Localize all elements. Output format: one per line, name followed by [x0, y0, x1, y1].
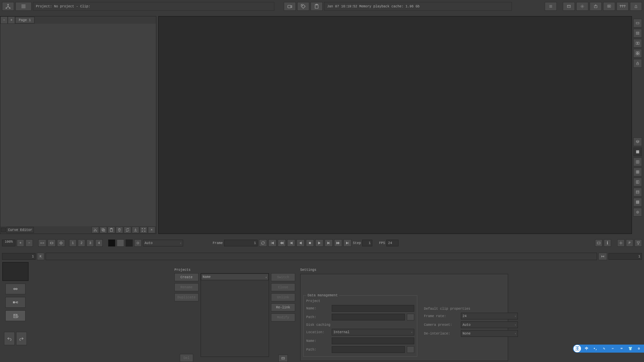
info-button[interactable]: i [604, 239, 611, 247]
curve-editor-checkbox[interactable] [1, 228, 6, 232]
fast-forward-button[interactable] [334, 239, 342, 247]
ime-keyboard-icon[interactable]: ⌨ [619, 346, 625, 352]
marker-4-button[interactable]: 4 [95, 239, 103, 247]
gray-swatch[interactable] [117, 239, 124, 247]
zoom-in-button[interactable]: + [17, 239, 24, 247]
ime-shirt-icon[interactable]: 👕 [627, 346, 633, 352]
expand-icon[interactable] [140, 227, 147, 233]
fps-input[interactable] [386, 240, 398, 246]
cut-icon[interactable] [92, 227, 99, 233]
add-page-button[interactable]: + [8, 16, 15, 24]
layout-toggle-1[interactable] [595, 239, 602, 247]
viewport[interactable] [158, 16, 632, 234]
playback-mode-dropdown[interactable]: Auto [143, 240, 183, 246]
close-button[interactable]: Close [271, 283, 295, 291]
ime-toolbar[interactable]: 王 中 •, ✎ ✂ ⌨ 👕 ⚙ [573, 345, 644, 353]
projects-list[interactable]: Name [201, 273, 269, 357]
go-start-button[interactable] [268, 239, 276, 247]
relink-button[interactable]: Re-link [271, 303, 295, 311]
grid-3-icon[interactable] [633, 168, 642, 176]
project-mode-button[interactable]: PRJ [5, 310, 25, 321]
stop-button[interactable] [306, 239, 314, 247]
keyframe-button[interactable]: K [37, 253, 44, 260]
list-view-button[interactable] [15, 2, 32, 11]
ime-gear-icon[interactable]: ⚙ [636, 346, 642, 352]
close-panel-icon[interactable]: × [148, 227, 155, 233]
tag-button[interactable] [297, 2, 309, 11]
record-button[interactable] [134, 239, 142, 247]
view-mode-2-button[interactable] [633, 29, 642, 38]
marker-2-button[interactable]: 2 [78, 239, 85, 247]
step-back-button[interactable] [287, 239, 295, 247]
notification-button[interactable] [630, 2, 642, 11]
refresh-icon[interactable] [124, 227, 131, 233]
projects-opts-button[interactable] [278, 355, 288, 362]
ime-pencil-icon[interactable]: ✎ [601, 346, 607, 352]
trash-icon[interactable] [116, 227, 123, 233]
ime-lang-icon[interactable]: 中 [584, 346, 590, 352]
copy-icon[interactable] [100, 227, 107, 233]
frame-rate-dropdown[interactable]: 24 [461, 313, 518, 319]
range-start-input[interactable] [2, 253, 36, 260]
keyframe-mode-button[interactable] [5, 284, 25, 294]
filter-button[interactable] [635, 239, 642, 247]
grid-solid-icon[interactable] [633, 147, 642, 156]
switch-button[interactable]: Switch [271, 273, 295, 281]
grid-5-icon[interactable] [633, 188, 642, 196]
p-button[interactable]: P [626, 239, 633, 247]
camera-button[interactable] [284, 2, 296, 11]
zoom-out-button[interactable]: − [25, 239, 33, 247]
step-forward-button[interactable] [325, 239, 333, 247]
marker-3-button[interactable]: 3 [87, 239, 94, 247]
ime-punct-icon[interactable]: •, [592, 346, 598, 352]
center-button[interactable] [57, 239, 65, 247]
del-button[interactable]: Del [180, 354, 193, 362]
duplicate-button[interactable]: Duplicate [174, 293, 199, 301]
play-button[interactable] [315, 239, 323, 247]
cache-path-input[interactable] [332, 346, 405, 353]
panel-button[interactable] [563, 2, 575, 11]
project-name-input[interactable] [332, 305, 414, 312]
black-swatch[interactable] [108, 239, 115, 247]
marker-1-button[interactable]: 1 [69, 239, 76, 247]
target-icon[interactable] [633, 208, 642, 217]
timeline-track[interactable] [46, 253, 597, 260]
undo-button[interactable] [4, 332, 15, 345]
grid-4-icon[interactable] [633, 178, 642, 186]
play-reverse-button[interactable] [297, 239, 305, 247]
node-graph-button[interactable] [2, 2, 14, 11]
loop-button[interactable] [259, 239, 267, 247]
projects-list-header[interactable]: Name [201, 274, 269, 280]
create-button[interactable]: Create [174, 273, 199, 281]
view-mode-1-button[interactable] [633, 19, 642, 27]
grid-6-icon[interactable] [633, 198, 642, 206]
step-input[interactable] [362, 240, 372, 246]
play-monitor-button[interactable] [603, 2, 615, 11]
collapse-button[interactable]: − [0, 16, 8, 24]
deinterlace-dropdown[interactable]: None [461, 330, 518, 337]
location-dropdown[interactable]: Internal [332, 329, 414, 336]
browse-path-button[interactable] [407, 314, 414, 320]
frame-input[interactable] [224, 240, 258, 246]
dark-swatch[interactable] [125, 239, 133, 247]
browse-cache-button[interactable] [407, 346, 414, 353]
redo-button[interactable] [16, 332, 27, 345]
paste-icon[interactable] [108, 227, 115, 233]
menu-button[interactable] [545, 2, 557, 11]
range-fit-button[interactable] [598, 253, 607, 260]
zoom-display[interactable]: 100% [2, 240, 15, 246]
export-button[interactable] [590, 2, 602, 11]
modify-button[interactable]: Modify [271, 313, 295, 321]
settings-button[interactable] [576, 2, 588, 11]
download-icon[interactable] [132, 227, 139, 233]
fast-rewind-button[interactable] [278, 239, 286, 247]
view-mode-3-button[interactable] [633, 39, 642, 48]
layers-icon[interactable] [633, 137, 642, 146]
camera-preset-dropdown[interactable]: Auto [461, 321, 518, 328]
ime-scissors-icon[interactable]: ✂ [610, 346, 616, 352]
rename-button[interactable]: Rename [174, 283, 199, 291]
lock-icon[interactable] [633, 59, 642, 68]
view-mode-4-button[interactable] [633, 49, 642, 58]
ime-badge-icon[interactable]: 王 [574, 345, 581, 352]
go-end-button[interactable] [343, 239, 352, 247]
